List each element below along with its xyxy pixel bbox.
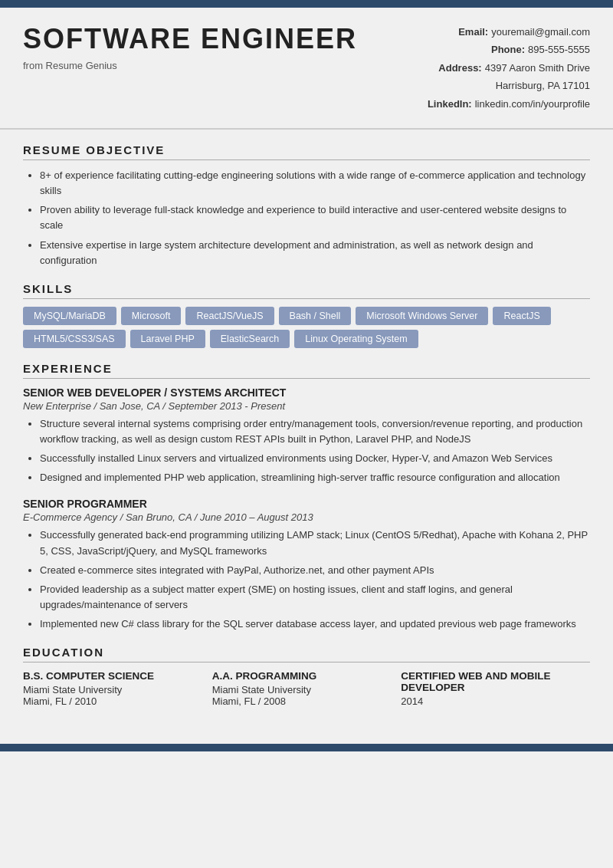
- edu-col-1: B.S. COMPUTER SCIENCE Miami State Univer…: [23, 670, 212, 707]
- email-label: Email:: [458, 23, 488, 41]
- skill-tag: Bash / Shell: [279, 307, 352, 325]
- job-title-1: SENIOR WEB DEVELOPER / SYSTEMS ARCHITECT: [23, 386, 590, 399]
- skill-tag: Microsoft Windows Server: [356, 307, 488, 325]
- list-item: Proven ability to leverage full-stack kn…: [40, 202, 590, 233]
- experience-section: EXPERIENCE SENIOR WEB DEVELOPER / SYSTEM…: [23, 362, 590, 632]
- bottom-bar: [0, 744, 613, 751]
- address-label: Address:: [438, 59, 481, 95]
- edu-detail-3: 2014: [401, 695, 590, 707]
- skill-tag: Linux Operating System: [294, 330, 418, 348]
- header-subtitle: from Resume Genius: [23, 60, 428, 71]
- linkedin-row: LinkedIn: linkedin.com/in/yourprofile: [428, 95, 590, 113]
- job-entry: SENIOR PROGRAMMER E-Commerce Agency / Sa…: [23, 498, 590, 632]
- phone-label: Phone:: [491, 41, 525, 58]
- objective-section: RESUME OBJECTIVE 8+ of experience facili…: [23, 143, 590, 268]
- list-item: Structure several internal systems compr…: [40, 416, 590, 447]
- education-grid: B.S. COMPUTER SCIENCE Miami State Univer…: [23, 670, 590, 707]
- job-title-2: SENIOR PROGRAMMER: [23, 498, 590, 510]
- skills-section: SKILLS MySQL/MariaDB Microsoft ReactJS/V…: [23, 282, 590, 348]
- top-bar: [0, 0, 613, 8]
- email-value: youremail@gmail.com: [491, 23, 590, 41]
- job-meta-1: New Enterprise / San Jose, CA / Septembe…: [23, 400, 590, 412]
- edu-detail-2: Miami, FL / 2008: [212, 695, 402, 707]
- skill-tag: ReactJS/VueJS: [185, 307, 274, 325]
- contact-info: Email: youremail@gmail.com Phone: 895-55…: [428, 23, 590, 113]
- skill-tag: Microsoft: [121, 307, 182, 325]
- skill-tag: ReactJS: [493, 307, 550, 325]
- list-item: Successfully installed Linux servers and…: [40, 451, 590, 466]
- edu-degree-3: CERTIFIED WEB AND MOBILE DEVELOPER: [401, 670, 590, 693]
- list-item: Created e-commerce sites integrated with…: [40, 563, 590, 578]
- address-row: Address: 4397 Aaron Smith DriveHarrisbur…: [428, 59, 590, 95]
- edu-col-2: A.A. PROGRAMMING Miami State University …: [212, 670, 402, 707]
- job-title: SOFTWARE ENGINEER: [23, 23, 428, 55]
- linkedin-label: LinkedIn:: [428, 95, 472, 113]
- linkedin-value: linkedin.com/in/yourprofile: [475, 95, 590, 113]
- job-meta-2: E-Commerce Agency / San Bruno, CA / June…: [23, 511, 590, 523]
- list-item: 8+ of experience facilitating cutting-ed…: [40, 168, 590, 199]
- list-item: Implemented new C# class library for the…: [40, 616, 590, 632]
- skill-tag: ElasticSearch: [210, 330, 290, 348]
- experience-title: EXPERIENCE: [23, 362, 590, 379]
- education-section: EDUCATION B.S. COMPUTER SCIENCE Miami St…: [23, 646, 590, 707]
- edu-col-3: CERTIFIED WEB AND MOBILE DEVELOPER 2014: [401, 670, 590, 707]
- header-left: SOFTWARE ENGINEER from Resume Genius: [23, 23, 428, 71]
- job-bullets-1: Structure several internal systems compr…: [23, 416, 590, 486]
- education-title: EDUCATION: [23, 646, 590, 663]
- skills-grid: MySQL/MariaDB Microsoft ReactJS/VueJS Ba…: [23, 307, 590, 348]
- skill-tag: MySQL/MariaDB: [23, 307, 116, 325]
- job-bullets-2: Successfully generated back-end programm…: [23, 528, 590, 632]
- list-item: Designed and implemented PHP web applica…: [40, 470, 590, 485]
- edu-school-1: Miami State University: [23, 684, 212, 695]
- edu-degree-2: A.A. PROGRAMMING: [212, 670, 402, 682]
- edu-school-2: Miami State University: [212, 684, 402, 695]
- resume-document: SOFTWARE ENGINEER from Resume Genius Ema…: [0, 0, 613, 868]
- list-item: Provided leadership as a subject matter …: [40, 582, 590, 613]
- skill-tag: HTML5/CSS3/SAS: [23, 330, 126, 348]
- header: SOFTWARE ENGINEER from Resume Genius Ema…: [0, 8, 613, 130]
- skills-title: SKILLS: [23, 282, 590, 299]
- phone-row: Phone: 895-555-5555: [428, 41, 590, 58]
- email-row: Email: youremail@gmail.com: [428, 23, 590, 41]
- objective-title: RESUME OBJECTIVE: [23, 143, 590, 160]
- address-value: 4397 Aaron Smith DriveHarrisburg, PA 171…: [485, 59, 590, 95]
- edu-degree-1: B.S. COMPUTER SCIENCE: [23, 670, 212, 682]
- skill-tag: Laravel PHP: [130, 330, 205, 348]
- edu-detail-1: Miami, FL / 2010: [23, 695, 212, 707]
- list-item: Successfully generated back-end programm…: [40, 528, 590, 558]
- job-entry: SENIOR WEB DEVELOPER / SYSTEMS ARCHITECT…: [23, 386, 590, 486]
- objective-list: 8+ of experience facilitating cutting-ed…: [23, 168, 590, 268]
- list-item: Extensive expertise in large system arch…: [40, 238, 590, 268]
- phone-value: 895-555-5555: [528, 41, 590, 58]
- main-content: RESUME OBJECTIVE 8+ of experience facili…: [0, 130, 613, 744]
